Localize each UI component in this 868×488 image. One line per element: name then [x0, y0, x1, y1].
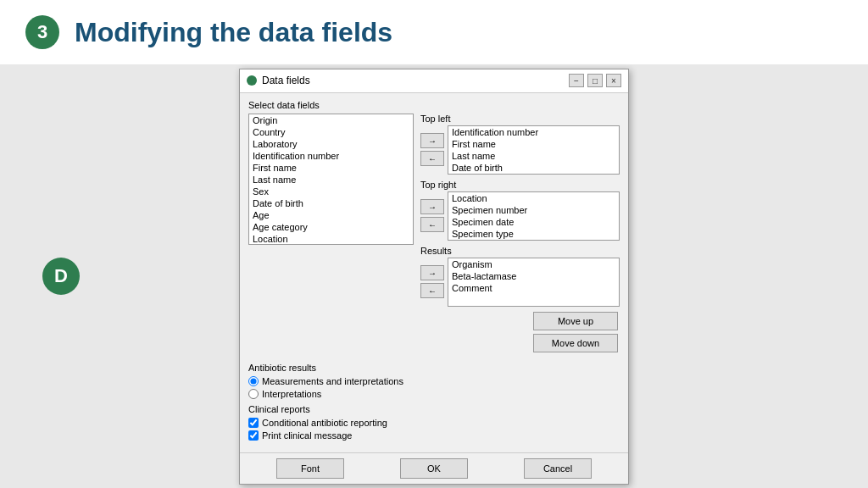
dialog-title: Data fields [262, 75, 310, 86]
top-right-buttons: → ← [420, 191, 444, 241]
top-left-label: Top left [420, 114, 620, 124]
top-right-panel: Top right → ← LocationSpecimen numberSpe… [420, 180, 620, 241]
antibiotic-section: Antibiotic results Measurements and inte… [248, 363, 620, 399]
fields-list[interactable]: OriginCountryLaboratoryIdentification nu… [248, 114, 414, 245]
radio-interpretations-label: Interpretations [262, 389, 321, 399]
antibiotic-label: Antibiotic results [248, 363, 620, 373]
select-fields-label: Select data fields [248, 100, 620, 110]
list-item[interactable]: Age category [249, 221, 413, 233]
move-buttons: Move up Move down [420, 312, 620, 352]
page-title: Modifying the data fields [75, 17, 392, 48]
checkbox-print-input[interactable] [248, 430, 259, 441]
list-item[interactable]: Sex [249, 186, 413, 197]
list-item[interactable]: Identification number [249, 150, 413, 162]
top-left-buttons: → ← [420, 125, 444, 175]
titlebar-left: Data fields [247, 75, 310, 86]
radio-measurements-label: Measurements and interpretations [262, 376, 403, 386]
top-left-remove-button[interactable]: ← [420, 151, 444, 166]
clinical-label: Clinical reports [248, 404, 620, 414]
top-left-add-button[interactable]: → [420, 133, 444, 148]
move-down-button[interactable]: Move down [533, 334, 618, 352]
dialog-icon [247, 75, 257, 86]
top-right-list-item[interactable]: Specimen type [448, 228, 619, 240]
fields-list-container: OriginCountryLaboratoryIdentification nu… [248, 114, 414, 358]
results-list-item[interactable]: Beta-lactamase [448, 270, 619, 282]
top-right-add-button[interactable]: → [420, 199, 444, 214]
radio-measurements-input[interactable] [248, 376, 259, 386]
top-right-list-item[interactable]: Specimen number [448, 204, 619, 216]
top-left-list[interactable]: Identification numberFirst nameLast name… [448, 125, 620, 175]
top-right-label: Top right [420, 180, 620, 190]
radio-interpretations[interactable]: Interpretations [248, 389, 620, 399]
maximize-button[interactable]: □ [587, 74, 603, 87]
page-header: 3 Modifying the data fields [0, 0, 868, 64]
checkbox-print[interactable]: Print clinical message [248, 430, 620, 441]
main-columns: OriginCountryLaboratoryIdentification nu… [248, 114, 620, 358]
top-right-remove-button[interactable]: ← [420, 217, 444, 232]
list-item[interactable]: Last name [249, 174, 413, 186]
list-item[interactable]: Origin [249, 114, 413, 126]
top-left-row: → ← Identification numberFirst nameLast … [420, 125, 620, 175]
top-left-list-item[interactable]: Last name [448, 150, 619, 162]
clinical-section: Clinical reports Conditional antibiotic … [248, 404, 620, 441]
results-row: → ← OrganismBeta-lactamaseComment [420, 258, 620, 307]
top-left-panel: Top left → ← Identification numberFirst … [420, 114, 620, 175]
ok-button[interactable]: OK [400, 458, 468, 479]
results-list-item[interactable]: Comment [448, 282, 619, 294]
dialog-titlebar: Data fields − □ × [240, 69, 628, 93]
checkbox-conditional[interactable]: Conditional antibiotic reporting [248, 418, 620, 428]
top-right-row: → ← LocationSpecimen numberSpecimen date… [420, 191, 620, 241]
list-item[interactable]: Location [249, 233, 413, 245]
font-button[interactable]: Font [276, 458, 344, 479]
results-panel: Results → ← OrganismBeta-lactamaseCommen… [420, 246, 620, 307]
radio-interpretations-input[interactable] [248, 389, 259, 399]
d-marker: D [42, 258, 80, 295]
results-remove-button[interactable]: ← [420, 283, 444, 298]
top-right-list-item[interactable]: Specimen date [448, 216, 619, 228]
data-fields-dialog: Data fields − □ × Select data fields Ori… [239, 69, 629, 485]
results-add-button[interactable]: → [420, 265, 444, 280]
right-panels: Top left → ← Identification numberFirst … [420, 114, 620, 358]
top-right-list[interactable]: LocationSpecimen numberSpecimen dateSpec… [448, 191, 620, 241]
step-badge: 3 [25, 15, 59, 49]
top-left-list-item[interactable]: Date of birth [448, 162, 619, 174]
dialog-body: Select data fields OriginCountryLaborato… [240, 93, 628, 452]
list-item[interactable]: Age [249, 209, 413, 221]
list-item[interactable]: First name [249, 162, 413, 174]
dialog-footer: Font OK Cancel [240, 452, 628, 484]
move-up-button[interactable]: Move up [533, 312, 618, 330]
list-item[interactable]: Laboratory [249, 138, 413, 150]
results-label: Results [420, 246, 620, 256]
checkbox-conditional-input[interactable] [248, 418, 259, 428]
top-left-list-item[interactable]: Identification number [448, 126, 619, 138]
radio-measurements[interactable]: Measurements and interpretations [248, 376, 620, 386]
minimize-button[interactable]: − [569, 74, 584, 87]
results-list[interactable]: OrganismBeta-lactamaseComment [448, 258, 620, 307]
top-right-list-item[interactable]: Location [448, 192, 619, 204]
cancel-button[interactable]: Cancel [524, 458, 592, 479]
checkbox-print-label: Print clinical message [262, 430, 352, 441]
results-buttons: → ← [420, 258, 444, 307]
results-list-item[interactable]: Organism [448, 258, 619, 270]
main-area: D Data fields − □ × Select data fields [0, 64, 868, 488]
top-left-list-item[interactable]: First name [448, 138, 619, 150]
close-button[interactable]: × [606, 74, 621, 87]
titlebar-controls[interactable]: − □ × [569, 74, 621, 87]
checkbox-conditional-label: Conditional antibiotic reporting [262, 418, 387, 428]
list-item[interactable]: Date of birth [249, 197, 413, 209]
list-item[interactable]: Country [249, 126, 413, 138]
